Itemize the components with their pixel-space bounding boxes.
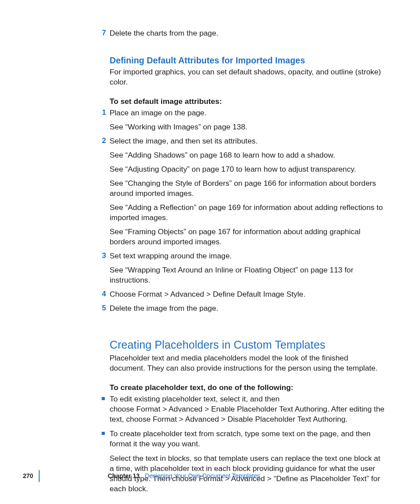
section-description: For imported graphics, you can set defau… [110, 67, 386, 87]
step-text: Place an image on the page. [110, 108, 206, 117]
step-3: 3 Set text wrapping around the image. [110, 251, 386, 261]
page-footer: 270 Chapter 13 Designing Your Own Docume… [23, 469, 260, 482]
square-bullet-icon [102, 432, 105, 435]
step-2: 2 Select the image, and then set its att… [110, 136, 386, 146]
step-7: 7 Delete the charts from the page. [110, 28, 386, 38]
footer-divider [39, 470, 39, 482]
step-number: 4 [96, 289, 106, 299]
step-number: 7 [96, 28, 106, 38]
step-text: Choose Format > Advanced > Define Defaul… [110, 290, 306, 298]
step-note: See “Changing the Style of Borders” on p… [110, 178, 386, 199]
procedure-intro: To create placeholder text, do one of th… [110, 383, 386, 392]
page-number: 270 [23, 472, 39, 479]
document-page: 7 Delete the charts from the page. Defin… [0, 0, 420, 504]
step-note: See “Adjusting Opacity” on page 170 to l… [110, 164, 386, 174]
square-bullet-icon [102, 397, 105, 400]
procedure-intro: To set default image attributes: [110, 97, 386, 106]
step-note: See “Wrapping Text Around an Inline or F… [110, 265, 386, 285]
step-5: 5 Delete the image from the page. [110, 303, 386, 313]
bullet-text: To edit existing placeholder text, selec… [110, 394, 384, 423]
step-text: Set text wrapping around the image. [110, 251, 232, 260]
chapter-label: Chapter 13 [108, 472, 140, 479]
step-4: 4 Choose Format > Advanced > Define Defa… [110, 289, 386, 299]
step-note: See “Adding a Reflection” on page 169 fo… [110, 202, 386, 223]
step-1: 1 Place an image on the page. [110, 108, 386, 118]
step-note: See “Framing Objects” on page 167 for in… [110, 227, 386, 247]
step-note: See “Adding Shadows” on page 168 to lear… [110, 150, 386, 160]
bullet-text: To create placeholder text from scratch,… [110, 429, 371, 448]
heading-defining-default-attributes: Defining Default Attributes for Imported… [110, 55, 386, 66]
step-number: 2 [96, 136, 106, 146]
step-number: 1 [96, 108, 106, 118]
chapter-title: Designing Your Own Document Templates [145, 472, 260, 479]
step-text: Delete the image from the page. [110, 304, 218, 313]
step-number: 3 [96, 251, 106, 261]
content-column: 7 Delete the charts from the page. Defin… [110, 28, 386, 498]
step-note: See “Working with Images” on page 138. [110, 122, 386, 132]
step-number: 5 [96, 303, 106, 313]
bullet-item-1: To edit existing placeholder text, selec… [110, 394, 386, 424]
bullet-item-2: To create placeholder text from scratch,… [110, 429, 386, 449]
heading-creating-placeholders: Creating Placeholders in Custom Template… [110, 338, 386, 351]
step-text: Select the image, and then set its attri… [110, 136, 258, 145]
section-description: Placeholder text and media placeholders … [110, 353, 386, 373]
step-text: Delete the charts from the page. [110, 29, 218, 37]
